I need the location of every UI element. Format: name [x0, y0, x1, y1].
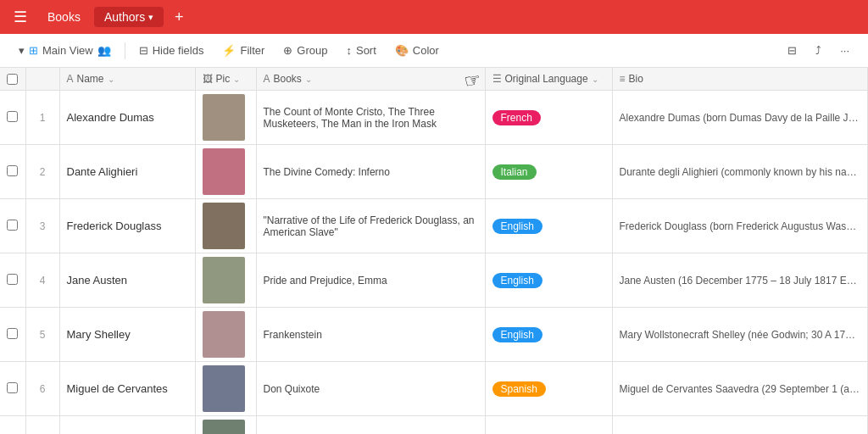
row-number: 5	[25, 308, 59, 362]
row-bio: Alexandre Dumas (born Dumas Davy de la P…	[612, 91, 868, 145]
row-books[interactable]: Frankenstein	[256, 308, 485, 362]
row-checkbox[interactable]	[7, 274, 18, 285]
color-button[interactable]: 🎨 Color	[387, 41, 448, 60]
language-badge[interactable]: English	[492, 327, 542, 342]
share-icon: ⤴	[815, 44, 821, 57]
row-checkbox[interactable]	[7, 382, 18, 393]
table-row: 2 Dante Alighieri The Divine Comedy: Inf…	[0, 145, 868, 199]
row-author-pic-cell[interactable]	[195, 253, 256, 308]
hide-fields-icon: ⊟	[139, 44, 148, 57]
row-books[interactable]: Pride and Prejudice, Emma	[256, 253, 485, 308]
select-all-checkbox[interactable]	[7, 74, 18, 85]
language-badge[interactable]: English	[492, 219, 542, 234]
col-header-bio-label: Bio	[629, 73, 643, 85]
more-button[interactable]: ···	[832, 41, 858, 60]
col-pic-sort-icon: ⌄	[233, 75, 240, 84]
row-language[interactable]: English	[485, 253, 612, 308]
col-books-text-icon: A	[264, 73, 270, 85]
row-number: 3	[25, 199, 59, 253]
row-bio: Frederick Douglass (born Frederick Augus…	[612, 199, 868, 253]
group-button[interactable]: ⊕ Group	[275, 41, 336, 60]
row-author-name[interactable]: Jane Austen	[59, 253, 195, 308]
language-badge[interactable]: French	[492, 110, 541, 125]
row-author-name[interactable]: Frederick Douglass	[59, 199, 195, 253]
toolbar: ▾ ⊞ Main View 👥 ⊟ Hide fields ⚡ Filter ⊕…	[0, 34, 868, 68]
top-bar: ☰ Books Authors ▾ +	[0, 0, 868, 34]
sort-button[interactable]: ↕ Sort	[337, 41, 384, 60]
filter-icon: ⚡	[222, 44, 236, 57]
row-language[interactable]: Italian	[485, 145, 612, 199]
filter-button[interactable]: ⚡ Filter	[214, 41, 273, 60]
row-checkbox-cell[interactable]	[0, 362, 25, 416]
row-checkbox-cell[interactable]	[0, 416, 25, 435]
menu-icon[interactable]: ☰	[7, 4, 34, 30]
row-author-pic-cell[interactable]	[195, 416, 256, 435]
language-badge[interactable]: English	[492, 273, 542, 288]
table-row: 5 Mary Shelley Frankenstein English Mary…	[0, 308, 868, 362]
row-checkbox-cell[interactable]	[0, 253, 25, 308]
col-pic-image-icon: 🖼	[203, 73, 213, 85]
row-language[interactable]: English	[485, 199, 612, 253]
row-books[interactable]: Don Quixote	[256, 362, 485, 416]
row-books[interactable]: The Count of Monte Cristo, The Three Mus…	[256, 91, 485, 145]
row-books[interactable]: "Narrative of the Life of Frederick Doug…	[256, 199, 485, 253]
add-tab-button[interactable]: +	[167, 5, 191, 29]
row-author-name[interactable]: Dante Alighieri	[59, 145, 195, 199]
language-badge[interactable]: Spanish	[492, 381, 546, 397]
row-author-name[interactable]: Mary Shelley	[59, 308, 195, 362]
row-checkbox[interactable]	[7, 328, 18, 339]
row-author-pic-cell[interactable]	[195, 308, 256, 362]
row-checkbox-cell[interactable]	[0, 308, 25, 362]
col-header-name-label: Name	[77, 73, 104, 85]
row-author-pic-cell[interactable]	[195, 91, 256, 145]
row-checkbox[interactable]	[7, 220, 18, 231]
tab-authors-label: Authors	[104, 10, 145, 24]
row-language[interactable]: Spanish	[485, 362, 612, 416]
view-users-icon: 👥	[97, 44, 111, 57]
row-author-name[interactable]: Sun Tzu	[59, 416, 195, 435]
row-language[interactable]: French	[485, 91, 612, 145]
view-selector[interactable]: ▾ ⊞ Main View 👥	[10, 41, 120, 60]
row-language[interactable]: Chinese	[485, 416, 612, 435]
share-button[interactable]: ⤴	[807, 41, 830, 60]
table-header-row: A Name ⌄ 🖼 Pic ⌄ A Books	[0, 68, 868, 91]
col-header-pic[interactable]: 🖼 Pic ⌄	[195, 68, 256, 91]
sort-icon: ↕	[346, 44, 352, 57]
hide-fields-button[interactable]: ⊟ Hide fields	[131, 41, 213, 60]
row-number: 6	[25, 362, 59, 416]
col-header-check[interactable]	[0, 68, 25, 91]
col-header-bio[interactable]: ≡ Bio	[612, 68, 868, 91]
row-height-button[interactable]: ⊟	[779, 41, 805, 60]
row-books[interactable]: The Divine Comedy: Inferno	[256, 145, 485, 199]
col-header-books[interactable]: A Books ⌄	[256, 68, 485, 91]
language-badge[interactable]: Italian	[492, 164, 537, 180]
row-books[interactable]: The Art of War	[256, 416, 485, 435]
row-checkbox[interactable]	[7, 111, 18, 122]
row-height-icon: ⊟	[787, 44, 797, 57]
row-author-pic	[203, 148, 245, 195]
view-dropdown-arrow: ▾	[19, 44, 25, 57]
row-author-pic-cell[interactable]	[195, 199, 256, 253]
hide-fields-label: Hide fields	[153, 44, 204, 57]
table-row: 4 Jane Austen Pride and Prejudice, Emma …	[0, 253, 868, 308]
row-checkbox-cell[interactable]	[0, 91, 25, 145]
row-author-pic-cell[interactable]	[195, 145, 256, 199]
col-bio-text-icon: ≡	[620, 73, 626, 85]
col-header-language[interactable]: ☰ Original Language ⌄	[485, 68, 612, 91]
col-header-name[interactable]: A Name ⌄	[59, 68, 195, 91]
row-checkbox-cell[interactable]	[0, 199, 25, 253]
row-author-pic	[203, 365, 245, 412]
row-checkbox[interactable]	[7, 165, 18, 176]
row-checkbox-cell[interactable]	[0, 145, 25, 199]
row-number: 1	[25, 91, 59, 145]
row-author-name[interactable]: Alexandre Dumas	[59, 91, 195, 145]
row-bio: Durante degli Alighieri (commonly known …	[612, 145, 868, 199]
row-author-name[interactable]: Miguel de Cervantes	[59, 362, 195, 416]
row-language[interactable]: English	[485, 308, 612, 362]
row-author-pic	[203, 94, 245, 141]
row-author-pic-cell[interactable]	[195, 362, 256, 416]
row-number: 7	[25, 416, 59, 435]
tab-books[interactable]: Books	[37, 7, 91, 27]
tab-authors[interactable]: Authors ▾	[94, 7, 164, 27]
view-label: Main View	[42, 44, 93, 57]
